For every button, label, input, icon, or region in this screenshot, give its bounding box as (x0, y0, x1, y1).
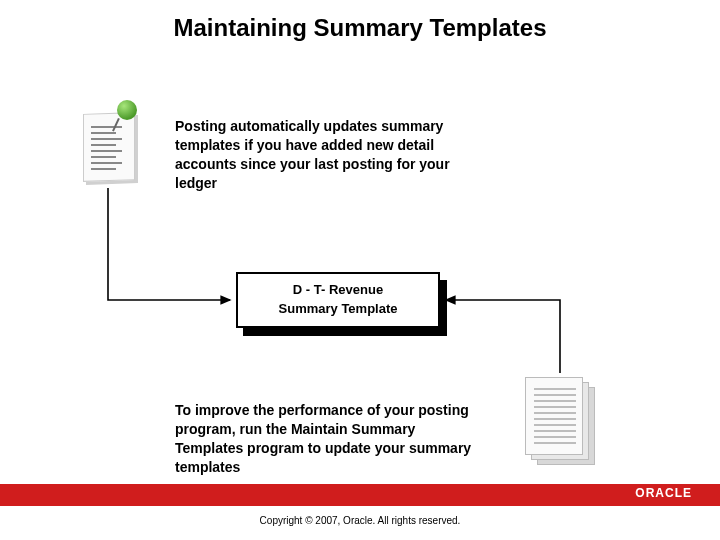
copyright-text: Copyright © 2007, Oracle. All rights res… (0, 515, 720, 526)
footer-bar: ORACLE (0, 484, 720, 506)
document-stack-icon (525, 377, 597, 467)
slide-title: Maintaining Summary Templates (0, 14, 720, 42)
oracle-logo-text: ORACLE (635, 486, 692, 500)
template-box-line2: Summary Template (279, 300, 398, 319)
performance-tip-text: To improve the performance of your posti… (175, 401, 475, 477)
pinned-note-icon (80, 110, 138, 184)
summary-template-box: D - T- Revenue Summary Template (236, 272, 440, 328)
push-pin-icon (114, 100, 144, 134)
template-box-line1: D - T- Revenue (293, 281, 383, 300)
posting-description-text: Posting automatically updates summary te… (175, 117, 465, 193)
